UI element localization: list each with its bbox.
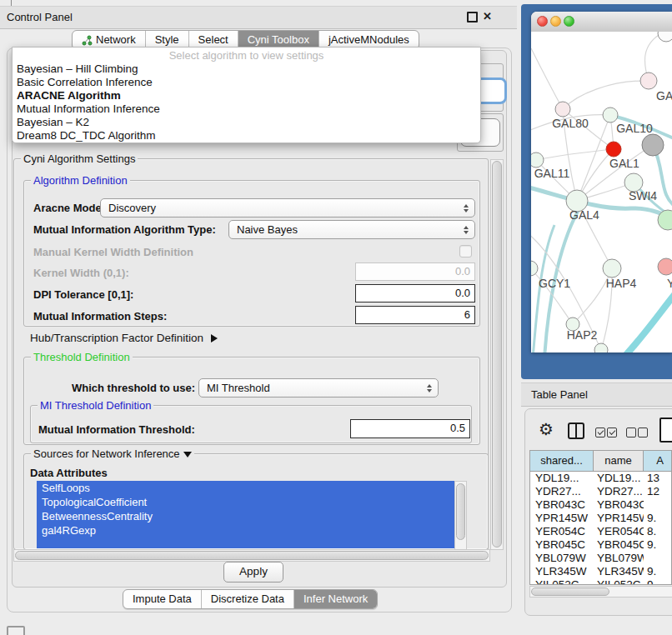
network-node-label: SWI4 (629, 189, 657, 202)
document-icon[interactable] (659, 418, 672, 442)
apply-button[interactable]: Apply (223, 562, 283, 582)
algorithm-option-basic-correlation-inference[interactable]: Basic Correlation Inference (13, 76, 480, 89)
which-threshold-select[interactable]: MI Threshold (198, 378, 439, 398)
attribute-item-gal4rgexp[interactable]: gal4RGexp (37, 523, 454, 538)
algorithm-option-mutual-information-inference[interactable]: Mutual Information Inference (13, 102, 480, 116)
kernel-width-field[interactable]: 0.0 (355, 262, 475, 281)
float-window-icon[interactable] (467, 12, 478, 22)
table-cell: YDL19... (530, 472, 594, 485)
network-node[interactable] (642, 134, 664, 156)
network-node-label: GAL11 (534, 167, 570, 180)
table-cell: 9. (644, 565, 671, 578)
checkbox-unchecked-icon[interactable] (638, 428, 648, 438)
attributes-scrollbar-thumb[interactable] (456, 483, 465, 540)
table-cell: 9. (644, 578, 671, 585)
network-node-gal11[interactable] (531, 152, 544, 168)
settings-horizontal-scrollbar-thumb[interactable] (15, 551, 489, 560)
manual-kernel-label: Manual Kernel Width Definition (33, 246, 193, 258)
mac-zoom-icon[interactable] (564, 16, 574, 27)
settings-vertical-scrollbar-thumb[interactable] (492, 161, 502, 548)
column-header-name[interactable]: name (594, 451, 644, 471)
network-edge[interactable] (563, 81, 649, 109)
gear-icon[interactable]: ⚙ (539, 419, 554, 439)
spinner-arrows-icon (464, 226, 469, 234)
checkbox-unchecked-icon[interactable] (626, 428, 636, 438)
algorithm-option-bayesian-k2[interactable]: Bayesian – K2 (13, 116, 480, 129)
network-edge[interactable] (623, 288, 672, 352)
network-node-label: GAL8 (656, 89, 672, 102)
mi-threshold-label: Mutual Information Threshold: (38, 423, 195, 436)
hub-definition-expander[interactable]: Hub/Transcription Factor Definition (30, 332, 218, 344)
data-attributes-list[interactable]: SelfLoopsTopologicalCoefficientBetweenne… (37, 481, 454, 548)
network-node-label: Y (667, 277, 672, 290)
attribute-item-partial[interactable] (37, 538, 454, 548)
table-row[interactable]: YLR345WYLR345W9. (530, 565, 671, 578)
threshold-title: Threshold Definition (31, 351, 133, 363)
attribute-item-topologicalcoefficient[interactable]: TopologicalCoefficient (37, 495, 454, 509)
network-canvas[interactable]: GAL8GAL80GAL10GAL1GAL11SWI4GAL4GCY1HAP4Y… (531, 32, 672, 352)
mi-steps-field[interactable]: 6 (355, 306, 475, 324)
table-cell: YBR043C (594, 498, 644, 512)
bottom-corner-icon[interactable] (7, 626, 25, 635)
network-edge[interactable] (531, 48, 563, 109)
tab-infer-network[interactable]: Infer Network (293, 590, 377, 608)
network-node-gal10[interactable] (603, 108, 618, 122)
table-row[interactable]: YBL079WYBL079W (530, 552, 671, 565)
network-node[interactable] (594, 343, 608, 352)
tab-impute-data[interactable]: Impute Data (123, 590, 201, 608)
spinner-arrows-icon (427, 384, 432, 392)
column-header-shared[interactable]: shared... (530, 451, 594, 471)
network-node-label: GAL4 (569, 208, 599, 222)
mac-minimize-icon[interactable] (550, 16, 561, 27)
mac-close-icon[interactable] (537, 16, 548, 27)
algorithm-option-aracne-algorithm[interactable]: ARACNE Algorithm (13, 89, 480, 102)
checkbox-checked-icon[interactable] (607, 428, 617, 438)
table-cell: YER054C (530, 525, 594, 538)
table-row[interactable]: YBR043CYBR043C (530, 498, 671, 512)
network-node-y[interactable] (658, 258, 672, 275)
network-node-gcy1[interactable] (531, 261, 538, 276)
attribute-item-selfloops[interactable]: SelfLoops (37, 481, 454, 495)
mi-steps-label: Mutual Information Steps: (33, 310, 167, 322)
table-row[interactable]: YER054CYER054C8. (530, 525, 671, 538)
table-row[interactable]: YIL052CYIL052C9. (530, 578, 671, 585)
network-node[interactable] (606, 142, 621, 157)
network-window-titlebar[interactable] (531, 12, 672, 32)
node-table: shared...nameA YDL19...YDL19...13YDR27..… (529, 450, 672, 585)
dpi-tolerance-field[interactable]: 0.0 (355, 284, 475, 302)
table-row[interactable]: YDL19...YDL19...13 (530, 472, 671, 485)
table-cell: YIL052C (530, 578, 594, 585)
column-header-a[interactable]: A (644, 451, 672, 471)
close-icon[interactable]: ✕ (483, 10, 492, 22)
dpi-tolerance-label: DPI Tolerance [0,1]: (33, 288, 133, 301)
mi-type-select[interactable]: Naive Bayes (228, 220, 475, 239)
aracne-mode-select[interactable]: Discovery (100, 198, 475, 218)
attribute-item-betweennesscentrality[interactable]: BetweennessCentrality (37, 509, 454, 523)
mi-threshold-field[interactable]: 0.5 (350, 419, 470, 438)
manual-kernel-checkbox[interactable] (459, 245, 472, 258)
sources-expander[interactable]: Sources for Network Inference (31, 448, 194, 460)
table-row[interactable]: YBR045CYBR045C9. (530, 538, 671, 552)
tab-discretize-data[interactable]: Discretize Data (201, 590, 293, 608)
network-node-hap4[interactable] (603, 259, 621, 278)
cyni-settings-title: Cyni Algorithm Settings (21, 152, 138, 165)
table-cell: YLR345W (530, 565, 594, 578)
hub-definition-label: Hub/Transcription Factor Definition (30, 332, 203, 344)
network-node-label: GAL10 (616, 122, 653, 135)
aracne-mode-value: Discovery (108, 202, 156, 214)
table-row[interactable]: YDR27...YDR27...12 (530, 485, 671, 498)
network-icon (82, 35, 93, 46)
network-edge[interactable] (536, 149, 614, 160)
checkbox-checked-icon[interactable] (595, 428, 605, 438)
network-node[interactable] (658, 32, 672, 42)
table-horizontal-scrollbar-thumb[interactable] (531, 588, 609, 596)
table-row[interactable]: YPR145WYPR145W9. (530, 512, 671, 525)
tab-label: Impute Data (133, 590, 192, 608)
algorithm-option-bayesian-hill-climbing[interactable]: Bayesian – Hill Climbing (13, 62, 480, 76)
algorithm-option-dream8-dc-tdc-algorithm[interactable]: Dream8 DC_TDC Algorithm (13, 129, 480, 142)
columns-icon[interactable] (568, 422, 584, 439)
aracne-mode-label: Aracne Mode: (33, 202, 105, 214)
table-cell: 13 (644, 472, 671, 485)
network-node-gal80[interactable] (555, 102, 570, 117)
network-node-gal8[interactable] (640, 72, 657, 89)
